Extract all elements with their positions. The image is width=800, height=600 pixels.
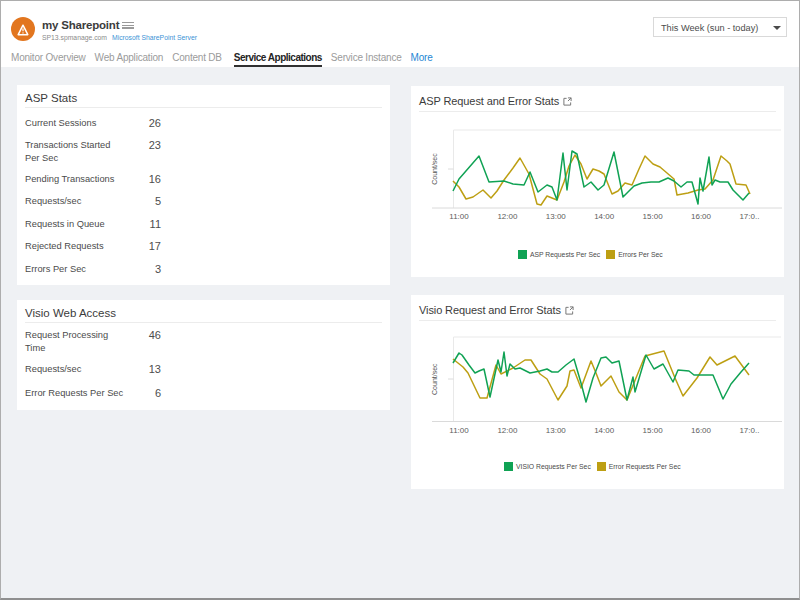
svg-text:13:00: 13:00 xyxy=(546,212,567,221)
svg-text:12:00: 12:00 xyxy=(497,426,518,435)
svg-text:Count/sec: Count/sec xyxy=(431,153,438,185)
svg-text:Count/sec: Count/sec xyxy=(431,363,438,395)
svg-text:14:00: 14:00 xyxy=(594,426,615,435)
svg-text:12:00: 12:00 xyxy=(497,212,518,221)
svg-text:16:00: 16:00 xyxy=(691,212,712,221)
svg-text:14:00: 14:00 xyxy=(594,212,615,221)
svg-text:15:00: 15:00 xyxy=(643,212,664,221)
svg-text:17:0..: 17:0.. xyxy=(739,212,759,221)
svg-text:11:00: 11:00 xyxy=(449,426,469,435)
svg-text:16:00: 16:00 xyxy=(691,426,712,435)
svg-text:13:00: 13:00 xyxy=(546,426,567,435)
svg-text:15:00: 15:00 xyxy=(643,426,664,435)
svg-text:11:00: 11:00 xyxy=(449,212,469,221)
svg-text:17:0..: 17:0.. xyxy=(739,426,759,435)
